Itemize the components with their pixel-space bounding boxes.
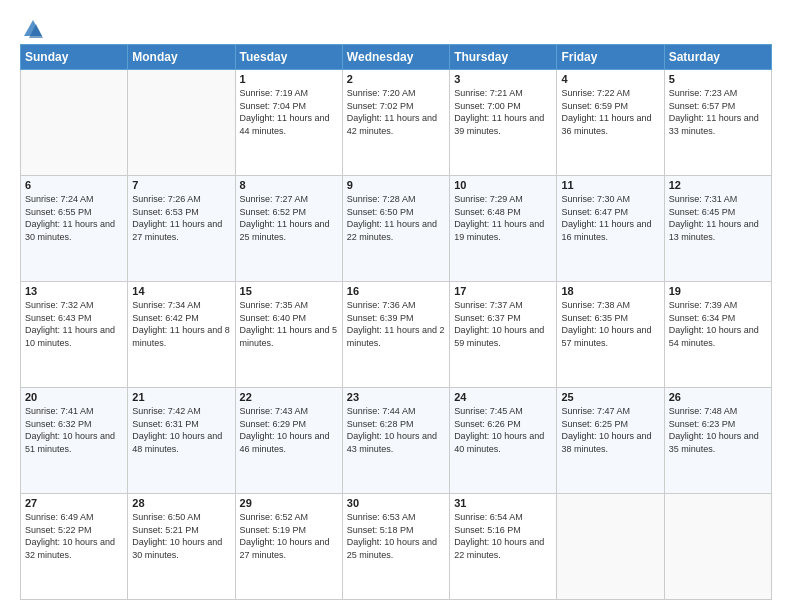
day-info: Sunrise: 7:31 AMSunset: 6:45 PMDaylight:… bbox=[669, 194, 759, 242]
day-info: Sunrise: 7:47 AMSunset: 6:25 PMDaylight:… bbox=[561, 406, 651, 454]
day-info: Sunrise: 6:50 AMSunset: 5:21 PMDaylight:… bbox=[132, 512, 222, 560]
day-number: 4 bbox=[561, 73, 659, 85]
day-info: Sunrise: 7:24 AMSunset: 6:55 PMDaylight:… bbox=[25, 194, 115, 242]
day-number: 5 bbox=[669, 73, 767, 85]
day-info: Sunrise: 7:39 AMSunset: 6:34 PMDaylight:… bbox=[669, 300, 759, 348]
calendar-cell: 16 Sunrise: 7:36 AMSunset: 6:39 PMDaylig… bbox=[342, 282, 449, 388]
day-info: Sunrise: 7:35 AMSunset: 6:40 PMDaylight:… bbox=[240, 300, 338, 348]
day-info: Sunrise: 6:54 AMSunset: 5:16 PMDaylight:… bbox=[454, 512, 544, 560]
day-number: 23 bbox=[347, 391, 445, 403]
day-info: Sunrise: 6:53 AMSunset: 5:18 PMDaylight:… bbox=[347, 512, 437, 560]
day-info: Sunrise: 7:27 AMSunset: 6:52 PMDaylight:… bbox=[240, 194, 330, 242]
day-number: 15 bbox=[240, 285, 338, 297]
weekday-header: Monday bbox=[128, 45, 235, 70]
calendar-cell: 31 Sunrise: 6:54 AMSunset: 5:16 PMDaylig… bbox=[450, 494, 557, 600]
day-info: Sunrise: 7:28 AMSunset: 6:50 PMDaylight:… bbox=[347, 194, 437, 242]
calendar-cell: 8 Sunrise: 7:27 AMSunset: 6:52 PMDayligh… bbox=[235, 176, 342, 282]
day-number: 17 bbox=[454, 285, 552, 297]
weekday-header: Sunday bbox=[21, 45, 128, 70]
day-info: Sunrise: 7:38 AMSunset: 6:35 PMDaylight:… bbox=[561, 300, 651, 348]
calendar-week-row: 20 Sunrise: 7:41 AMSunset: 6:32 PMDaylig… bbox=[21, 388, 772, 494]
calendar-cell: 22 Sunrise: 7:43 AMSunset: 6:29 PMDaylig… bbox=[235, 388, 342, 494]
day-info: Sunrise: 7:37 AMSunset: 6:37 PMDaylight:… bbox=[454, 300, 544, 348]
day-info: Sunrise: 7:43 AMSunset: 6:29 PMDaylight:… bbox=[240, 406, 330, 454]
weekday-header: Wednesday bbox=[342, 45, 449, 70]
calendar-cell: 26 Sunrise: 7:48 AMSunset: 6:23 PMDaylig… bbox=[664, 388, 771, 494]
day-info: Sunrise: 7:21 AMSunset: 7:00 PMDaylight:… bbox=[454, 88, 544, 136]
calendar-cell: 24 Sunrise: 7:45 AMSunset: 6:26 PMDaylig… bbox=[450, 388, 557, 494]
calendar-cell: 12 Sunrise: 7:31 AMSunset: 6:45 PMDaylig… bbox=[664, 176, 771, 282]
day-number: 27 bbox=[25, 497, 123, 509]
calendar-cell: 21 Sunrise: 7:42 AMSunset: 6:31 PMDaylig… bbox=[128, 388, 235, 494]
day-info: Sunrise: 7:42 AMSunset: 6:31 PMDaylight:… bbox=[132, 406, 222, 454]
calendar-cell: 11 Sunrise: 7:30 AMSunset: 6:47 PMDaylig… bbox=[557, 176, 664, 282]
day-info: Sunrise: 7:20 AMSunset: 7:02 PMDaylight:… bbox=[347, 88, 437, 136]
calendar-cell: 29 Sunrise: 6:52 AMSunset: 5:19 PMDaylig… bbox=[235, 494, 342, 600]
calendar-cell: 4 Sunrise: 7:22 AMSunset: 6:59 PMDayligh… bbox=[557, 70, 664, 176]
day-number: 28 bbox=[132, 497, 230, 509]
day-number: 7 bbox=[132, 179, 230, 191]
calendar-header-row: SundayMondayTuesdayWednesdayThursdayFrid… bbox=[21, 45, 772, 70]
weekday-header: Tuesday bbox=[235, 45, 342, 70]
day-info: Sunrise: 7:23 AMSunset: 6:57 PMDaylight:… bbox=[669, 88, 759, 136]
logo bbox=[20, 16, 44, 36]
calendar-table: SundayMondayTuesdayWednesdayThursdayFrid… bbox=[20, 44, 772, 600]
calendar-cell: 27 Sunrise: 6:49 AMSunset: 5:22 PMDaylig… bbox=[21, 494, 128, 600]
day-info: Sunrise: 7:19 AMSunset: 7:04 PMDaylight:… bbox=[240, 88, 330, 136]
calendar-cell: 23 Sunrise: 7:44 AMSunset: 6:28 PMDaylig… bbox=[342, 388, 449, 494]
weekday-header: Thursday bbox=[450, 45, 557, 70]
calendar-cell bbox=[21, 70, 128, 176]
calendar-cell: 20 Sunrise: 7:41 AMSunset: 6:32 PMDaylig… bbox=[21, 388, 128, 494]
calendar-cell: 13 Sunrise: 7:32 AMSunset: 6:43 PMDaylig… bbox=[21, 282, 128, 388]
calendar-week-row: 1 Sunrise: 7:19 AMSunset: 7:04 PMDayligh… bbox=[21, 70, 772, 176]
day-number: 13 bbox=[25, 285, 123, 297]
day-number: 3 bbox=[454, 73, 552, 85]
calendar-cell bbox=[128, 70, 235, 176]
logo-icon bbox=[22, 18, 44, 40]
day-number: 11 bbox=[561, 179, 659, 191]
calendar-cell: 30 Sunrise: 6:53 AMSunset: 5:18 PMDaylig… bbox=[342, 494, 449, 600]
day-number: 9 bbox=[347, 179, 445, 191]
calendar-cell: 17 Sunrise: 7:37 AMSunset: 6:37 PMDaylig… bbox=[450, 282, 557, 388]
day-number: 31 bbox=[454, 497, 552, 509]
calendar-cell: 28 Sunrise: 6:50 AMSunset: 5:21 PMDaylig… bbox=[128, 494, 235, 600]
day-number: 6 bbox=[25, 179, 123, 191]
calendar-cell: 25 Sunrise: 7:47 AMSunset: 6:25 PMDaylig… bbox=[557, 388, 664, 494]
day-number: 8 bbox=[240, 179, 338, 191]
calendar-cell: 15 Sunrise: 7:35 AMSunset: 6:40 PMDaylig… bbox=[235, 282, 342, 388]
day-info: Sunrise: 7:30 AMSunset: 6:47 PMDaylight:… bbox=[561, 194, 651, 242]
day-info: Sunrise: 7:32 AMSunset: 6:43 PMDaylight:… bbox=[25, 300, 115, 348]
day-number: 14 bbox=[132, 285, 230, 297]
day-number: 21 bbox=[132, 391, 230, 403]
day-number: 18 bbox=[561, 285, 659, 297]
day-info: Sunrise: 7:44 AMSunset: 6:28 PMDaylight:… bbox=[347, 406, 437, 454]
day-info: Sunrise: 7:34 AMSunset: 6:42 PMDaylight:… bbox=[132, 300, 230, 348]
calendar-cell: 9 Sunrise: 7:28 AMSunset: 6:50 PMDayligh… bbox=[342, 176, 449, 282]
day-info: Sunrise: 7:29 AMSunset: 6:48 PMDaylight:… bbox=[454, 194, 544, 242]
calendar-cell bbox=[664, 494, 771, 600]
day-info: Sunrise: 7:26 AMSunset: 6:53 PMDaylight:… bbox=[132, 194, 222, 242]
day-number: 30 bbox=[347, 497, 445, 509]
day-number: 22 bbox=[240, 391, 338, 403]
calendar-week-row: 6 Sunrise: 7:24 AMSunset: 6:55 PMDayligh… bbox=[21, 176, 772, 282]
day-number: 24 bbox=[454, 391, 552, 403]
day-number: 16 bbox=[347, 285, 445, 297]
day-number: 1 bbox=[240, 73, 338, 85]
day-number: 26 bbox=[669, 391, 767, 403]
calendar-cell bbox=[557, 494, 664, 600]
calendar-week-row: 13 Sunrise: 7:32 AMSunset: 6:43 PMDaylig… bbox=[21, 282, 772, 388]
day-number: 10 bbox=[454, 179, 552, 191]
calendar-cell: 2 Sunrise: 7:20 AMSunset: 7:02 PMDayligh… bbox=[342, 70, 449, 176]
day-info: Sunrise: 6:49 AMSunset: 5:22 PMDaylight:… bbox=[25, 512, 115, 560]
calendar-cell: 5 Sunrise: 7:23 AMSunset: 6:57 PMDayligh… bbox=[664, 70, 771, 176]
calendar-cell: 18 Sunrise: 7:38 AMSunset: 6:35 PMDaylig… bbox=[557, 282, 664, 388]
calendar-cell: 14 Sunrise: 7:34 AMSunset: 6:42 PMDaylig… bbox=[128, 282, 235, 388]
day-info: Sunrise: 7:36 AMSunset: 6:39 PMDaylight:… bbox=[347, 300, 445, 348]
day-number: 25 bbox=[561, 391, 659, 403]
day-number: 29 bbox=[240, 497, 338, 509]
day-number: 2 bbox=[347, 73, 445, 85]
day-number: 19 bbox=[669, 285, 767, 297]
day-info: Sunrise: 7:45 AMSunset: 6:26 PMDaylight:… bbox=[454, 406, 544, 454]
day-info: Sunrise: 7:48 AMSunset: 6:23 PMDaylight:… bbox=[669, 406, 759, 454]
day-info: Sunrise: 7:22 AMSunset: 6:59 PMDaylight:… bbox=[561, 88, 651, 136]
